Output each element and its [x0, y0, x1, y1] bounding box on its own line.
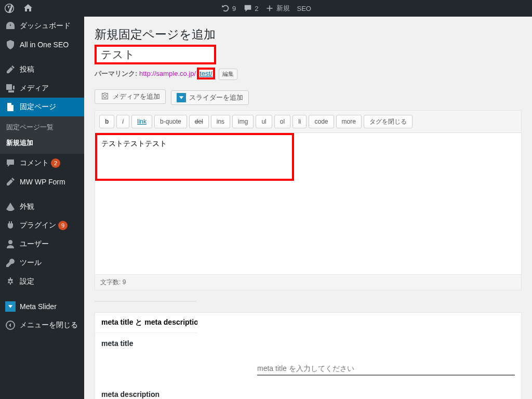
meta-description-label: meta description [101, 390, 515, 398]
editor-statusbar: 文字数: 9 [95, 274, 521, 290]
quicktag-img[interactable]: img [232, 115, 254, 128]
sidebar-item-plugins[interactable]: プラグイン 9 [0, 216, 84, 235]
sidebar-item-label: ユーザー [20, 240, 49, 249]
post-title-input[interactable] [95, 45, 216, 64]
content-textarea[interactable] [95, 133, 294, 181]
editor: bilinkb-quotedelinsimgulollicodemoreタグを閉… [95, 110, 522, 291]
editor-whitespace[interactable] [95, 181, 521, 274]
sidebar-item-dashboard[interactable]: ダッシュボード [0, 17, 84, 35]
sidebar-item-appearance[interactable]: 外観 [0, 197, 84, 216]
home-icon[interactable] [19, 0, 37, 17]
sidebar-item-mwwpform[interactable]: MW WP Form [0, 172, 84, 191]
sidebar-item-label: All in One SEO [20, 41, 69, 49]
seo-metabox: meta title と meta description meta title… [95, 312, 522, 399]
quicktag-li[interactable]: li [292, 115, 307, 128]
media-buttons-row: メディアを追加 スライダーを追加 [95, 89, 522, 105]
sidebar-item-posts[interactable]: 投稿 [0, 60, 84, 79]
seo-item[interactable]: SEO [294, 0, 315, 17]
sidebar-item-label: MW WP Form [20, 178, 65, 186]
quicktag-ins[interactable]: ins [211, 115, 230, 128]
sidebar-item-label: コメント [20, 158, 49, 168]
sidebar-item-label: プラグイン [20, 221, 56, 230]
page-title: 新規固定ページを追加 [95, 22, 522, 45]
quicktag-link[interactable]: link [131, 115, 152, 128]
sidebar-item-label: 外観 [20, 202, 34, 211]
permalink-edit-button[interactable]: 編集 [219, 69, 237, 80]
wordcount-label: 文字数: [100, 278, 121, 286]
sidebar-item-label: メニューを閉じる [20, 321, 78, 330]
permalink-slug[interactable]: test/ [199, 70, 213, 77]
new-item[interactable]: 新規 [262, 0, 294, 17]
meta-title-label: meta title [101, 339, 515, 348]
sidebar-item-settings[interactable]: 設定 [0, 272, 84, 291]
sidebar-submenu-pages: 固定ページ一覧 新規追加 [0, 116, 84, 154]
quicktag-b[interactable]: b [99, 115, 114, 128]
sidebar-item-label: 設定 [20, 277, 34, 286]
wordcount-value: 9 [123, 278, 126, 286]
refresh-count: 9 [232, 5, 236, 12]
comments-badge: 2 [51, 158, 60, 168]
quicktag-more[interactable]: more [336, 115, 362, 128]
main-content: 新規固定ページを追加 パーマリンク: http://sample.co.jp/t… [84, 17, 532, 399]
sidebar-item-label: Meta Slider [20, 302, 57, 311]
sidebar-item-label: ダッシュボード [20, 21, 71, 31]
admin-sidebar: ダッシュボード All in One SEO 投稿 メディア 固定ページ 固定ペ… [0, 17, 84, 399]
sidebar-item-label: 投稿 [20, 65, 34, 74]
sidebar-item-label: メディア [20, 84, 49, 93]
admin-bar: 9 2 新規 SEO [0, 0, 532, 17]
metaslider-icon [177, 93, 186, 102]
sidebar-item-media[interactable]: メディア [0, 79, 84, 98]
sidebar-item-metaslider[interactable]: Meta Slider [0, 297, 84, 316]
sidebar-item-tools[interactable]: ツール [0, 254, 84, 272]
quicktag-del[interactable]: del [189, 115, 209, 128]
sidebar-sub-pagelist[interactable]: 固定ページ一覧 [0, 119, 84, 135]
plugins-badge: 9 [58, 221, 68, 230]
sidebar-item-users[interactable]: ユーザー [0, 235, 84, 254]
metabox-title: meta title と meta description [95, 313, 198, 333]
add-media-button[interactable]: メディアを追加 [95, 89, 166, 104]
comments-item[interactable]: 2 [240, 0, 262, 17]
quicktag-ol[interactable]: ol [274, 115, 290, 128]
sidebar-sub-addnew[interactable]: 新規追加 [0, 135, 84, 151]
quicktag-code[interactable]: code [309, 115, 334, 128]
sidebar-item-label: ツール [20, 258, 42, 268]
sidebar-item-label: 固定ページ [20, 102, 56, 112]
meta-title-input[interactable] [257, 362, 515, 376]
quicktag-ul[interactable]: ul [256, 115, 272, 128]
quicktag-タグを閉じる[interactable]: タグを閉じる [364, 115, 413, 128]
sidebar-item-aioseo[interactable]: All in One SEO [0, 35, 84, 54]
comments-count: 2 [255, 5, 258, 12]
sidebar-item-pages[interactable]: 固定ページ [0, 98, 84, 116]
permalink-base[interactable]: http://sample.co.jp/ [139, 70, 196, 77]
seo-label: SEO [297, 5, 311, 12]
sidebar-item-collapse[interactable]: メニューを閉じる [0, 316, 84, 335]
quicktag-i[interactable]: i [116, 115, 129, 128]
refresh-item[interactable]: 9 [217, 0, 240, 17]
permalink-label: パーマリンク: [95, 70, 137, 77]
permalink-row: パーマリンク: http://sample.co.jp/test/ 編集 [95, 68, 522, 80]
add-slider-button[interactable]: スライダーを追加 [171, 90, 249, 105]
wp-logo[interactable] [0, 0, 19, 17]
sidebar-item-comments[interactable]: コメント 2 [0, 154, 84, 172]
add-slider-label: スライダーを追加 [189, 93, 243, 102]
quicktags-toolbar: bilinkb-quotedelinsimgulollicodemoreタグを閉… [95, 111, 521, 134]
meta-box [95, 301, 196, 302]
new-label: 新規 [276, 4, 290, 13]
quicktag-b-quote[interactable]: b-quote [154, 115, 187, 128]
add-media-label: メディアを追加 [113, 92, 160, 101]
